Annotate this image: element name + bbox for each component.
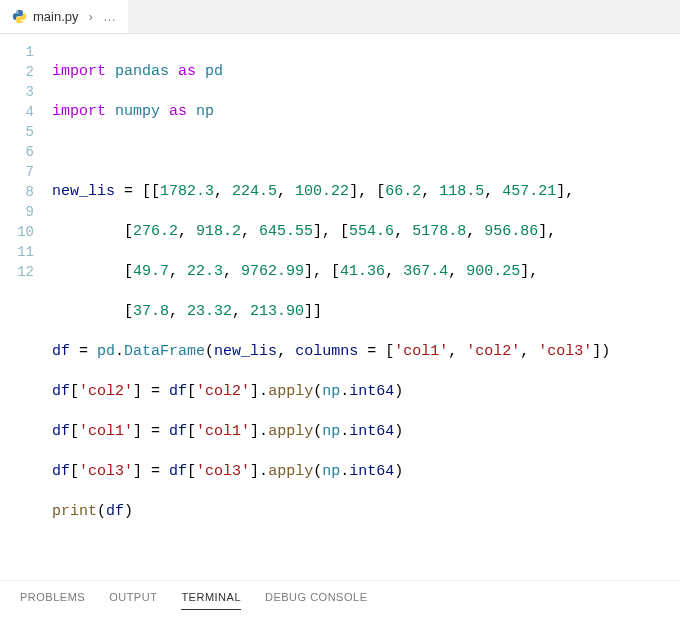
breadcrumb-more: … xyxy=(103,9,116,24)
line-number: 1 xyxy=(0,42,34,62)
line-number: 9 xyxy=(0,202,34,222)
line-number: 8 xyxy=(0,182,34,202)
code-editor[interactable]: 1 2 3 4 5 6 7 8 9 10 11 12 import pandas… xyxy=(0,34,680,580)
terminal-output[interactable]: python@guides>python main.py col1 col2 c… xyxy=(0,610,680,626)
line-number: 5 xyxy=(0,122,34,142)
line-number: 12 xyxy=(0,262,34,282)
line-number: 7 xyxy=(0,162,34,182)
tab-filename: main.py xyxy=(33,9,79,24)
tab-debug-console[interactable]: DEBUG CONSOLE xyxy=(265,591,367,610)
line-number: 3 xyxy=(0,82,34,102)
line-number: 10 xyxy=(0,222,34,242)
code-content[interactable]: import pandas as pd import numpy as np n… xyxy=(52,42,680,562)
line-number: 11 xyxy=(0,242,34,262)
line-number: 4 xyxy=(0,102,34,122)
editor-tab-main-py[interactable]: main.py › … xyxy=(0,0,128,33)
tab-output[interactable]: OUTPUT xyxy=(109,591,157,610)
line-number-gutter: 1 2 3 4 5 6 7 8 9 10 11 12 xyxy=(0,42,52,562)
line-number: 6 xyxy=(0,142,34,162)
python-file-icon xyxy=(12,9,27,24)
panel-tab-bar: PROBLEMS OUTPUT TERMINAL DEBUG CONSOLE xyxy=(0,580,680,610)
chevron-right-icon: › xyxy=(85,9,97,24)
tab-terminal[interactable]: TERMINAL xyxy=(181,591,241,610)
editor-tab-bar: main.py › … xyxy=(0,0,680,34)
line-number: 2 xyxy=(0,62,34,82)
tab-problems[interactable]: PROBLEMS xyxy=(20,591,85,610)
